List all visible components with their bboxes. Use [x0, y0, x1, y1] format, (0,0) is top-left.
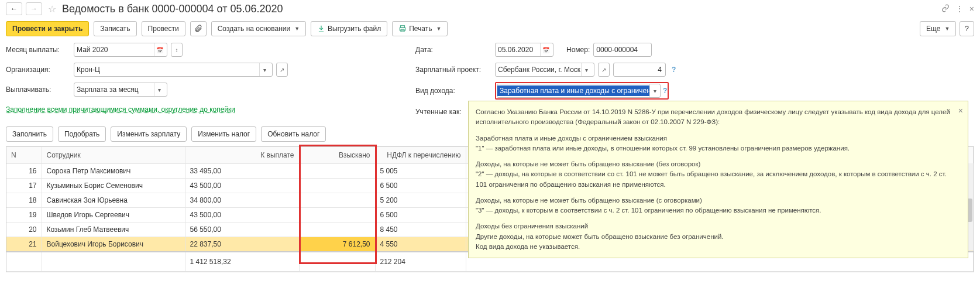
income-type-label: Вид дохода:: [415, 87, 491, 95]
chevron-down-icon[interactable]: ▾: [581, 63, 592, 76]
total-ndfl: 212 204: [375, 252, 466, 272]
export-file-button[interactable]: Выгрузить файл: [311, 21, 387, 36]
post-and-close-button[interactable]: Провести и закрыть: [6, 21, 89, 36]
project-input[interactable]: Сбербанк России, г. Моск ▾: [495, 63, 594, 77]
number-label: Номер:: [566, 46, 590, 54]
org-input[interactable]: Крон-Ц ▾: [74, 63, 273, 77]
tooltip-close-icon[interactable]: ×: [958, 105, 963, 117]
nav-back-button[interactable]: ←: [6, 2, 22, 15]
page-title: Ведомость в банк 0000-000004 от 05.06.20…: [62, 3, 283, 15]
month-input[interactable]: Май 2020 📅: [74, 43, 167, 57]
attach-button[interactable]: [190, 21, 207, 36]
chevron-down-icon[interactable]: ▾: [259, 63, 270, 76]
chevron-down-icon[interactable]: ▾: [649, 84, 660, 97]
help-project-icon[interactable]: ?: [672, 66, 676, 74]
create-based-label: Создать на основании: [218, 25, 291, 33]
col-n[interactable]: N: [6, 147, 42, 163]
print-button[interactable]: Печать▼: [392, 21, 448, 36]
post-button[interactable]: Провести: [142, 21, 185, 36]
close-icon[interactable]: ×: [969, 4, 974, 13]
income-type-tooltip: × Согласно Указанию Банка России от 14.1…: [468, 101, 968, 258]
change-salary-button[interactable]: Изменить зарплату: [111, 126, 187, 142]
org-open-button[interactable]: ↗: [276, 63, 288, 77]
pick-button[interactable]: Подобрать: [58, 126, 106, 142]
change-tax-button[interactable]: Изменить налог: [191, 126, 256, 142]
export-file-label: Выгрузить файл: [328, 25, 381, 33]
col-employee[interactable]: Сотрудник: [42, 147, 185, 163]
more-label: Еще: [926, 25, 940, 33]
date-label: Дата:: [415, 46, 491, 54]
col-collected[interactable]: Взыскано: [299, 147, 375, 163]
help-income-icon[interactable]: ?: [663, 87, 667, 95]
calendar-icon[interactable]: 📅: [154, 43, 164, 56]
org-label: Организация:: [6, 66, 70, 74]
col-to-pay[interactable]: К выплате: [185, 147, 299, 163]
col-ndfl[interactable]: НДФЛ к перечислению: [375, 147, 466, 163]
month-stepper[interactable]: ↕: [171, 43, 183, 57]
pay-select[interactable]: Зарплата за месяц ▾: [74, 83, 167, 97]
link-icon[interactable]: [941, 4, 950, 14]
refresh-tax-button[interactable]: Обновить налог: [261, 126, 326, 142]
help-button[interactable]: ?: [960, 21, 974, 36]
chevron-down-icon[interactable]: ▾: [154, 83, 164, 96]
project-open-button[interactable]: ↗: [598, 63, 610, 77]
total-to-pay: 1 412 518,32: [185, 252, 299, 272]
save-button[interactable]: Записать: [94, 21, 136, 36]
kebab-menu-icon[interactable]: ⋮: [955, 4, 964, 13]
project-label: Зарплатный проект:: [415, 66, 491, 74]
fill-button[interactable]: Заполнить: [6, 126, 53, 142]
more-button[interactable]: Еще▼: [920, 21, 956, 36]
print-label: Печать: [409, 25, 432, 33]
project-number-input[interactable]: 4: [613, 63, 666, 77]
nav-forward-button[interactable]: →: [26, 2, 42, 15]
income-type-select[interactable]: Заработная плата и иные доходы с огранич…: [497, 84, 661, 98]
pay-label: Выплачивать:: [6, 85, 70, 94]
create-based-on-button[interactable]: Создать на основании▼: [211, 21, 306, 36]
number-input[interactable]: 0000-000004: [593, 43, 652, 57]
date-input[interactable]: 05.06.2020 📅: [495, 43, 553, 57]
calendar-icon[interactable]: 📅: [540, 43, 551, 56]
fill-rounding-link[interactable]: Заполнение всеми причитающимися суммами,…: [6, 105, 235, 115]
month-label: Месяц выплаты:: [6, 46, 70, 54]
favorite-star-icon[interactable]: ☆: [48, 4, 56, 15]
